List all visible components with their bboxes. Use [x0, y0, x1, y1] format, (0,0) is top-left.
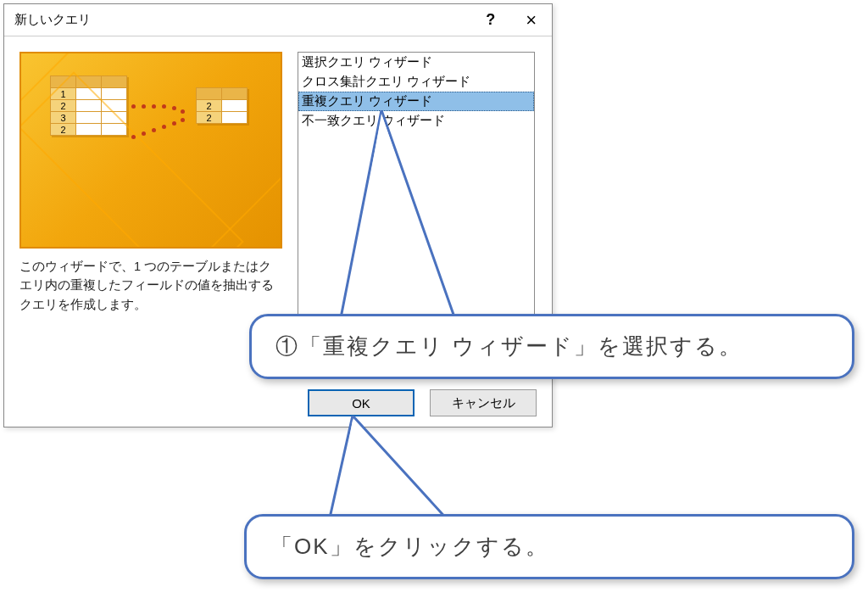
list-item-selected[interactable]: 重複クエリ ウィザード [298, 92, 534, 111]
close-button[interactable]: × [515, 9, 547, 31]
preview-table-right: 2 2 [196, 87, 248, 124]
list-item[interactable]: 選択クエリ ウィザード [298, 53, 534, 72]
annotation-step1: ①「重複クエリ ウィザード」を選択する。 [249, 314, 854, 379]
titlebar-controls: ? × [477, 8, 547, 32]
left-column: 1 2 3 2 2 2 このウィザードで、1 つのテーブルまたはクエリ内の [19, 52, 282, 377]
wizard-description: このウィザードで、1 つのテーブルまたはクエリ内の重複したフィールドの値を抽出す… [19, 257, 282, 314]
help-button[interactable]: ? [477, 8, 504, 32]
titlebar: 新しいクエリ ? × [4, 4, 552, 36]
svg-marker-4 [335, 420, 443, 519]
dialog-title: 新しいクエリ [14, 12, 91, 28]
ok-button[interactable]: OK [308, 389, 415, 416]
list-item[interactable]: クロス集計クエリ ウィザード [298, 72, 534, 92]
svg-marker-3 [329, 416, 449, 522]
preview-table-left: 1 2 3 2 [50, 75, 127, 136]
list-item[interactable]: 不一致クエリ ウィザード [298, 111, 534, 131]
annotation-step2: 「OK」をクリックする。 [244, 514, 854, 579]
wizard-preview-image: 1 2 3 2 2 2 [19, 52, 282, 249]
cancel-button[interactable]: キャンセル [430, 389, 537, 416]
dialog-button-row: OK キャンセル [308, 389, 537, 416]
